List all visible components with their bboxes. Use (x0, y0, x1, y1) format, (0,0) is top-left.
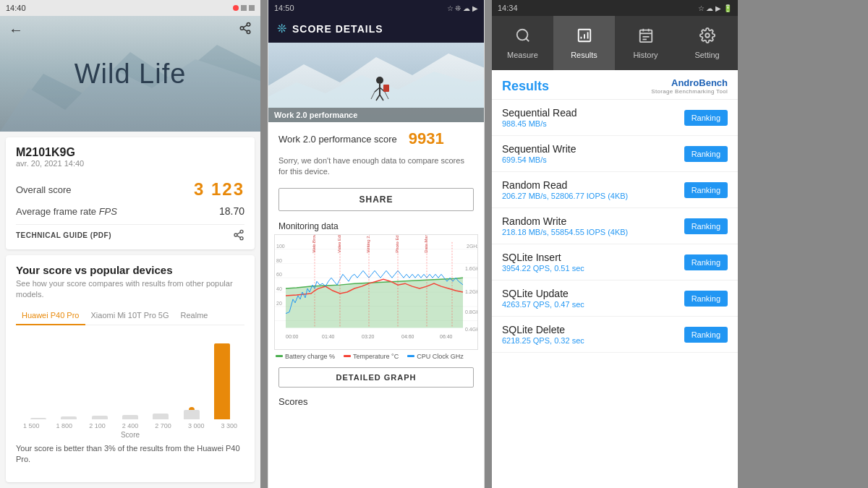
bench-metric-value: 218.18 MB/s, 55854.55 IOPS (4KB) (502, 228, 684, 236)
hero-image: Work 2.0 performance (268, 43, 484, 122)
setting-icon (699, 27, 715, 48)
svg-text:60: 60 (276, 272, 282, 277)
status-bar-1: 14:40 (0, 0, 260, 16)
legend-battery-label: Battery charge % (285, 353, 335, 360)
bench-metric-value: 3954.22 QPS, 0.51 sec (502, 264, 684, 273)
bench-metric-name: Sequential Write (502, 143, 684, 155)
tab-realme[interactable]: Realme (175, 308, 214, 325)
svg-text:06:40: 06:40 (440, 334, 453, 339)
ranking-button[interactable]: Ranking (684, 218, 728, 234)
bench-metric-value: 4263.57 QPS, 0.47 sec (502, 300, 684, 309)
detailed-graph-button[interactable]: DETAILED GRAPH (278, 367, 474, 388)
chart-legend: Battery charge % Temperature °C CPU Cloc… (268, 350, 484, 363)
svg-line-3 (243, 29, 247, 31)
svg-text:04:60: 04:60 (401, 334, 414, 339)
svg-line-4 (243, 25, 247, 27)
score-details-header: ❊ SCORE DETAILS (268, 16, 484, 43)
back-button[interactable]: ← (9, 22, 23, 38)
svg-point-0 (247, 23, 250, 27)
ranking-button[interactable]: Ranking (684, 182, 728, 198)
bench-metric-name: SQLite Update (502, 288, 684, 299)
perf-score-section: Work 2.0 performance score 9931 (268, 122, 484, 155)
signal-icon (249, 5, 255, 11)
andro-logo-sub: Storage Benchmarking Tool (651, 88, 728, 95)
tech-guide-label[interactable]: TECHNICAL GUIDE (PDF) (16, 231, 111, 239)
ranking-button[interactable]: Ranking (684, 146, 728, 162)
device-date: avr. 20, 2021 14:40 (16, 159, 244, 168)
status-bar-3: 14:34 ☆ ☁ ▶ 🔋 (492, 0, 738, 16)
ranking-button[interactable]: Ranking (684, 327, 728, 343)
svg-text:03:20: 03:20 (362, 334, 375, 339)
compare-title: Your score vs popular devices (16, 264, 244, 276)
compare-card: Your score vs popular devices See how yo… (6, 255, 255, 482)
nav-measure[interactable]: Measure (492, 16, 553, 70)
svg-line-57 (526, 38, 529, 41)
legend-cpu-label: CPU Clock GHz (417, 353, 464, 360)
nav-history-label: History (633, 51, 658, 59)
legend-temp-label: Temperature °C (353, 353, 399, 360)
wild-life-title: Wild Life (75, 59, 187, 90)
score-x-label: Score (16, 429, 244, 440)
ranking-button[interactable]: Ranking (684, 254, 728, 270)
andro-results-header: Results AndroBench Storage Benchmarking … (492, 70, 738, 100)
svg-text:Data Manipulat...: Data Manipulat... (424, 235, 428, 253)
svg-line-11 (237, 232, 241, 234)
ranking-button[interactable]: Ranking (684, 291, 728, 307)
panel-wildlife: 14:40 ← Wild Life M2101K9G avr. 20, 2021… (0, 0, 260, 488)
status-time-2: 14:50 (274, 4, 294, 12)
svg-text:Photo Editing: Photo Editing (395, 235, 399, 253)
svg-text:0.8GHz: 0.8GHz (465, 309, 477, 314)
bench-info: Random Write 218.18 MB/s, 55854.55 IOPS … (502, 215, 684, 236)
nav-results[interactable]: Results (553, 16, 615, 70)
hero-overlay: Work 2.0 performance (268, 108, 484, 122)
bar-fill (214, 343, 230, 419)
nav-setting-label: Setting (694, 51, 719, 59)
status-time-1: 14:40 (6, 4, 26, 12)
history-icon (638, 27, 654, 48)
bar-item (207, 343, 237, 419)
svg-point-9 (240, 237, 243, 240)
tab-xiaomi[interactable]: Xiaomi Mi 10T Pro 5G (85, 308, 175, 325)
status-icons-3: ☆ ☁ ▶ 🔋 (698, 4, 732, 12)
bar-item (54, 416, 84, 419)
tab-huawei[interactable]: Huawei P40 Pro (16, 308, 85, 325)
svg-text:Video Editing: Video Editing (337, 235, 341, 253)
results-title: Results (502, 79, 549, 94)
share-icon[interactable] (233, 229, 244, 241)
andro-logo-text: AndroBench (671, 77, 728, 88)
overall-score-value: 3 123 (194, 179, 244, 200)
snowflake-icon: ❊ (277, 22, 286, 35)
bar-item (85, 416, 115, 419)
svg-point-15 (376, 77, 383, 84)
status-icons-1 (233, 5, 255, 11)
monitoring-chart: 100 80 60 40 20 2GHz 1.6GHz 1.2GHz 0.8GH… (274, 234, 478, 350)
svg-line-10 (237, 236, 241, 238)
sorry-text: Sorry, we don't have enough data to comp… (268, 155, 484, 184)
bench-info: Random Read 206.27 MB/s, 52806.77 IOPS (… (502, 179, 684, 200)
bench-metric-name: SQLite Delete (502, 324, 684, 335)
share-button[interactable]: SHARE (278, 188, 474, 211)
share-top-button[interactable] (239, 22, 252, 38)
tech-guide-row: TECHNICAL GUIDE (PDF) (16, 229, 244, 241)
nav-history[interactable]: History (615, 16, 676, 70)
svg-text:00:00: 00:00 (286, 334, 299, 339)
results-icon (576, 27, 592, 48)
status-icons-2: ☆ ❊ ☁ ▶ (447, 4, 478, 12)
svg-text:Web Browsing: Web Browsing (312, 235, 316, 253)
bar-item (176, 407, 206, 419)
bar-fill (153, 414, 169, 419)
ranking-button[interactable]: Ranking (684, 110, 728, 126)
scores-section-label: Scores (268, 392, 484, 408)
svg-text:1.2GHz: 1.2GHz (465, 289, 477, 294)
bench-metric-name: Random Read (502, 179, 684, 191)
panel-androbench: 14:34 ☆ ☁ ▶ 🔋 Measure Results (492, 0, 738, 488)
fps-value: 18.70 (219, 205, 244, 217)
nav-setting[interactable]: Setting (676, 16, 738, 70)
svg-text:40: 40 (276, 286, 282, 291)
bench-metric-name: Random Write (502, 215, 684, 227)
svg-point-7 (240, 230, 243, 233)
andro-nav: Measure Results History (492, 16, 738, 70)
svg-text:1.6GHz: 1.6GHz (465, 266, 477, 271)
bench-metric-value: 206.27 MB/s, 52806.77 IOPS (4KB) (502, 192, 684, 200)
svg-text:80: 80 (276, 257, 282, 262)
